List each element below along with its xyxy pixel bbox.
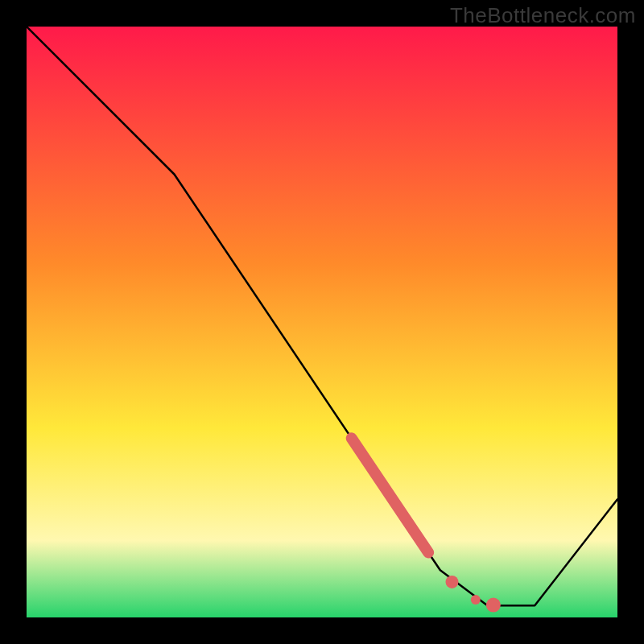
highlight-dot [445, 576, 458, 588]
highlight-dot [486, 598, 501, 613]
watermark-text: TheBottleneck.com [450, 3, 636, 28]
bottleneck-chart [27, 27, 617, 617]
highlight-dot [471, 595, 481, 605]
chart-frame: TheBottleneck.com [0, 0, 644, 644]
